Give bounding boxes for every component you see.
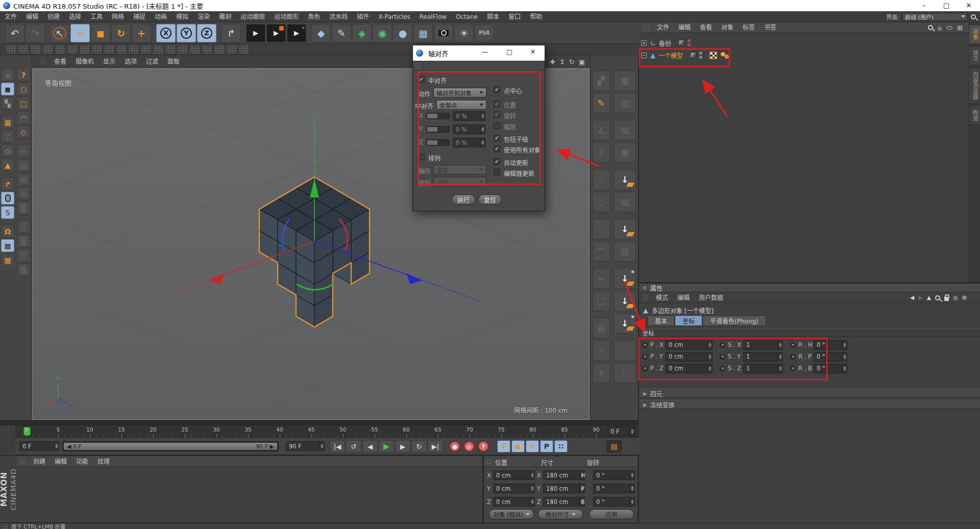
fold-section[interactable]: ▶冻结变换 bbox=[639, 400, 980, 409]
coordinate-field[interactable]: 0 cm bbox=[493, 470, 535, 480]
untriangulate-button[interactable]: ▦ bbox=[614, 70, 636, 91]
split-button[interactable]: ▨ bbox=[614, 120, 636, 140]
dialog-close-button[interactable]: ✕ bbox=[526, 48, 540, 58]
center-align-checkbox[interactable]: ✓ bbox=[418, 76, 425, 83]
stepper-icon[interactable] bbox=[529, 484, 534, 493]
phong-tag-icon[interactable] bbox=[720, 52, 729, 59]
tool-icon[interactable] bbox=[165, 45, 176, 54]
stepper-icon[interactable] bbox=[480, 112, 485, 120]
close-button[interactable]: ✕ bbox=[958, 0, 980, 11]
render-settings-button[interactable]: ▶* bbox=[287, 24, 306, 42]
stepper-icon[interactable] bbox=[842, 352, 847, 361]
coordinate-field[interactable]: 0 ° bbox=[593, 470, 635, 480]
manager-tab[interactable]: 内容浏览器 bbox=[969, 67, 980, 104]
next-frame-button[interactable]: ▶ bbox=[395, 440, 410, 452]
percent-field[interactable]: 0 % bbox=[453, 138, 485, 147]
attribute-tab[interactable]: 基本 bbox=[647, 315, 675, 326]
align-slider[interactable] bbox=[426, 113, 450, 119]
make-editable-button[interactable]: ◉ bbox=[1, 68, 14, 81]
pan-view-icon[interactable]: ✚ bbox=[550, 58, 555, 66]
manager-tab[interactable]: 对象 bbox=[969, 24, 980, 44]
autokey-button[interactable]: ◎ bbox=[463, 441, 475, 452]
viewport-menu-item[interactable]: 选项 bbox=[120, 56, 141, 67]
menu-item[interactable]: 创建 bbox=[43, 13, 64, 20]
camera-button[interactable] bbox=[434, 24, 453, 42]
move-tool[interactable]: + bbox=[70, 24, 90, 42]
tool-icon[interactable] bbox=[55, 45, 66, 54]
object-name[interactable]: 备份 bbox=[659, 39, 671, 47]
stepper-icon[interactable] bbox=[629, 497, 634, 506]
search-icon[interactable] bbox=[935, 295, 940, 300]
stepper-icon[interactable] bbox=[777, 364, 782, 373]
keyframe-circle-icon[interactable] bbox=[790, 354, 796, 360]
play-button[interactable]: ▶ bbox=[379, 440, 394, 452]
spline-pen-button[interactable]: ✎ bbox=[332, 24, 351, 42]
mesh-tool-button-1[interactable]: ≡ bbox=[17, 144, 30, 157]
r-value-field[interactable]: 0 ° bbox=[814, 340, 847, 350]
object-manager-menu-item[interactable]: 书签 bbox=[760, 22, 781, 33]
align-slider[interactable] bbox=[426, 139, 450, 146]
extrude-button[interactable]: ◇ bbox=[593, 192, 610, 212]
percent-field[interactable]: 0 % bbox=[453, 111, 485, 121]
stepper-icon[interactable] bbox=[480, 138, 485, 147]
stepper-icon[interactable] bbox=[707, 364, 712, 373]
add-panel-icon[interactable]: ⊞ bbox=[957, 24, 963, 32]
play-backwards-button[interactable]: ↺ bbox=[346, 440, 361, 452]
record-keyframe-button[interactable]: ● bbox=[449, 441, 460, 452]
fold-section[interactable]: ▶四元 bbox=[639, 389, 980, 398]
mesh-tool-button-7[interactable]: ▒ bbox=[17, 235, 30, 247]
toggle-view-icon[interactable]: ▣ bbox=[579, 58, 585, 66]
lock-x-axis-button[interactable]: X bbox=[156, 24, 176, 42]
texture-tag-icon[interactable] bbox=[709, 52, 717, 59]
drag-handle[interactable] bbox=[415, 63, 421, 69]
tool-icon[interactable] bbox=[18, 45, 29, 54]
keyframe-circle-icon[interactable] bbox=[642, 366, 648, 371]
stepper-icon[interactable] bbox=[529, 497, 534, 506]
coordinate-field[interactable]: 180 cm bbox=[543, 484, 585, 493]
reset-button[interactable]: 复位 bbox=[478, 194, 502, 205]
menu-item[interactable]: 脚本 bbox=[482, 13, 504, 20]
parent-object-icon[interactable]: ▲ bbox=[927, 294, 931, 301]
record-position-toggle[interactable]: + bbox=[497, 440, 510, 452]
tool-icon[interactable] bbox=[227, 45, 237, 54]
object-manager-menu-item[interactable]: 查看 bbox=[695, 22, 717, 33]
align-slider[interactable] bbox=[426, 126, 450, 133]
menu-item[interactable]: 渲染 bbox=[193, 13, 214, 20]
new-panel-icon[interactable]: ⊞ bbox=[962, 294, 967, 301]
coordinate-field[interactable]: 0 ° bbox=[593, 497, 635, 507]
stepper-icon[interactable] bbox=[707, 352, 712, 361]
stepper-icon[interactable] bbox=[777, 352, 782, 361]
percent-field[interactable]: 0 % bbox=[453, 124, 485, 134]
viewport-menu-item[interactable]: 摄像机 bbox=[71, 56, 99, 67]
viewport-menu-item[interactable]: 查看 bbox=[50, 56, 71, 67]
frame-end-spinner[interactable]: 90 F bbox=[286, 441, 325, 451]
drag-handle[interactable] bbox=[40, 59, 46, 65]
coordinate-field[interactable]: 180 cm bbox=[543, 470, 585, 480]
help-button[interactable]: ? bbox=[17, 68, 30, 81]
rotate-view-icon[interactable]: ↻ bbox=[569, 58, 575, 66]
mesh-tool-button-4[interactable]: ⊞ bbox=[17, 187, 30, 200]
bevel-tool-button[interactable]: ▞ bbox=[593, 70, 610, 91]
menu-item[interactable]: 文件 bbox=[0, 13, 21, 20]
execute-button[interactable]: 执行 bbox=[452, 194, 475, 205]
drag-handle[interactable] bbox=[2, 523, 8, 529]
apply-button[interactable]: 应用 bbox=[589, 509, 634, 519]
volume-button[interactable]: ● bbox=[393, 24, 412, 42]
p-value-field[interactable]: 0 cm bbox=[666, 364, 713, 373]
menu-item[interactable]: X-Particles bbox=[374, 13, 415, 20]
mesh-tool-button-5[interactable]: ▒ bbox=[17, 201, 30, 214]
axis-mode-button[interactable]: ↱ bbox=[1, 178, 14, 190]
layer-square-icon[interactable] bbox=[678, 40, 684, 46]
magnet-tool-button[interactable]: + bbox=[593, 363, 610, 383]
interface-dropdown[interactable]: 启动 (用户) bbox=[902, 13, 968, 21]
s-value-field[interactable]: 1 bbox=[743, 352, 783, 362]
keyframe-circle-icon[interactable] bbox=[790, 342, 796, 348]
menu-item[interactable]: 模拟 bbox=[172, 13, 193, 20]
record-rotation-toggle[interactable]: ↻ bbox=[526, 440, 539, 452]
object-manager-menu-item[interactable]: 文件 bbox=[652, 22, 674, 33]
melt-button[interactable]: ▧ bbox=[614, 192, 636, 212]
menu-item[interactable]: RealFlow bbox=[415, 13, 451, 20]
object-manager-menu-item[interactable]: 对象 bbox=[717, 22, 738, 33]
menu-item[interactable]: 工具 bbox=[86, 13, 107, 20]
stepper-icon[interactable] bbox=[629, 471, 634, 480]
